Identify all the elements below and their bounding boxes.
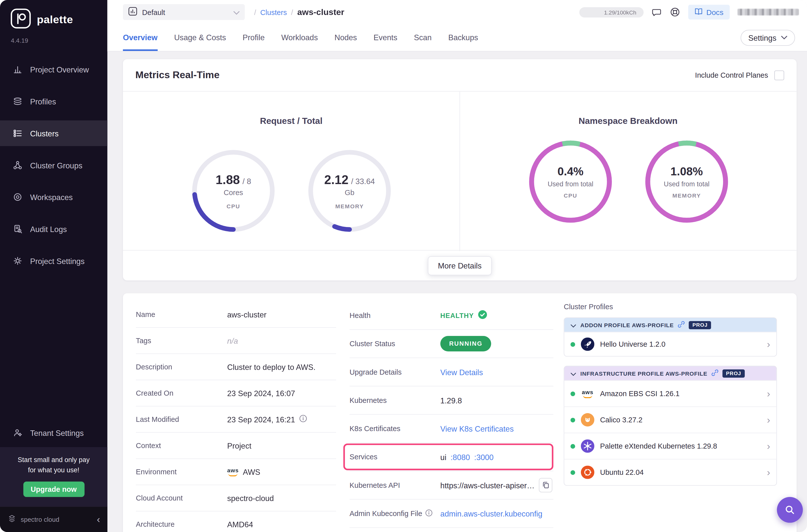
detail-row-kubernetes-api: Kubernetes API https://aws-cluster-apise…: [350, 471, 553, 499]
app-name: palette: [37, 14, 73, 26]
sidebar-item-audit-logs[interactable]: Audit Logs: [0, 216, 108, 242]
tenant-settings-icon: [13, 428, 23, 438]
tab-overview[interactable]: Overview: [123, 24, 157, 51]
copy-icon[interactable]: [539, 478, 552, 493]
sidebar-item-clusters[interactable]: Clusters: [0, 120, 108, 146]
search-icon: [784, 504, 796, 516]
ubuntu-icon: [581, 466, 594, 479]
profile-layer-hello-universe[interactable]: Hello Universe 1.2.0 ›: [564, 332, 776, 356]
detail-row-cluster-status: Cluster Status RUNNING: [350, 330, 553, 358]
info-icon[interactable]: [299, 415, 307, 424]
infrastructure-profile-group: INFRASTRUCTURE PROFILE AWS-PROFILE PROJ …: [564, 366, 777, 486]
sidebar: palette 4.4.19 Project Overview Profiles: [0, 0, 108, 532]
chevron-right-icon: ›: [767, 388, 770, 398]
tab-nodes[interactable]: Nodes: [335, 24, 357, 51]
docs-button[interactable]: Docs: [688, 5, 730, 20]
chevron-down-icon: [233, 7, 240, 17]
details-left-column: Name aws-cluster Tags n/a Description Cl…: [136, 302, 336, 532]
addon-profile-group: ADDON PROFILE AWS-PROFILE PROJ: [564, 318, 777, 357]
metrics-title: Metrics Real-Time: [135, 70, 220, 81]
check-circle-icon: [478, 310, 487, 320]
project-icon: [128, 6, 137, 18]
link-icon[interactable]: [712, 369, 718, 378]
addon-profile-header[interactable]: ADDON PROFILE AWS-PROFILE PROJ: [564, 318, 776, 332]
cluster-profiles-title: Cluster Profiles: [564, 302, 777, 311]
info-icon[interactable]: [425, 509, 432, 518]
detail-row-architecture: Architecture AMD64: [136, 512, 336, 532]
project-selector-value: Default: [142, 8, 229, 16]
top-bar-actions: 1.29/100kCh Docs: [579, 5, 807, 20]
detail-row-health: Health HEALTHY: [350, 302, 553, 330]
detail-row-context: Context Project: [136, 433, 336, 459]
tab-events[interactable]: Events: [374, 24, 397, 51]
app-logo: palette: [0, 0, 108, 31]
admin-kubeconfig-link[interactable]: admin.aws-cluster.kubeconfig: [440, 509, 542, 518]
tab-usage-costs[interactable]: Usage & Costs: [174, 24, 226, 51]
details-middle-column: Health HEALTHY Cluster Status RUNNING Up…: [350, 302, 553, 528]
detail-row-description: Description Cluster to deploy to AWS.: [136, 354, 336, 380]
tab-bar: Overview Usage & Costs Profile Workloads…: [108, 24, 807, 52]
help-icon[interactable]: [670, 7, 680, 18]
sidebar-item-profiles[interactable]: Profiles: [0, 89, 108, 114]
detail-row-tags: Tags n/a: [136, 328, 336, 354]
service-port-8080-link[interactable]: :8080: [450, 453, 470, 461]
include-control-planes-checkbox[interactable]: [774, 70, 784, 80]
tab-scan[interactable]: Scan: [414, 24, 432, 51]
infrastructure-profile-header[interactable]: INFRASTRUCTURE PROFILE AWS-PROFILE PROJ: [564, 366, 776, 380]
calico-icon: [581, 413, 594, 426]
chevron-down-icon: [570, 320, 576, 329]
status-dot: [570, 418, 575, 422]
sidebar-item-tenant-settings[interactable]: Tenant Settings: [0, 420, 108, 445]
status-badge: RUNNING: [440, 336, 491, 352]
detail-row-admin-kubeconfig: Admin Kubeconfig File admin.aws-cluster.…: [350, 499, 553, 528]
upgrade-promo: Start small and only pay for what you us…: [0, 447, 108, 506]
profile-layer-palette-extended-kubernetes[interactable]: Palette eXtended Kubernetes 1.29.8 ›: [564, 433, 776, 459]
tab-workloads[interactable]: Workloads: [281, 24, 318, 51]
breadcrumb-clusters-link[interactable]: Clusters: [260, 8, 287, 16]
sidebar-item-workspaces[interactable]: Workspaces: [0, 184, 108, 210]
app-window: palette 4.4.19 Project Overview Profiles: [0, 0, 807, 532]
tab-profile[interactable]: Profile: [243, 24, 265, 51]
tab-backups[interactable]: Backups: [448, 24, 478, 51]
floating-search-button[interactable]: [777, 497, 803, 523]
view-details-link[interactable]: View Details: [440, 368, 483, 376]
status-dot: [570, 470, 575, 475]
sidebar-item-project-settings[interactable]: Project Settings: [0, 248, 108, 274]
more-details-button[interactable]: More Details: [428, 256, 491, 275]
user-name-redacted[interactable]: [737, 9, 799, 16]
collapse-sidebar-icon[interactable]: ‹: [97, 514, 100, 525]
chat-icon[interactable]: [651, 7, 662, 17]
breadcrumb: / Clusters / aws-cluster: [254, 7, 344, 17]
detail-row-environment: Environment AWS: [136, 459, 336, 485]
chevron-right-icon: ›: [767, 441, 770, 451]
sidebar-bottom: Tenant Settings Start small and only pay…: [0, 420, 108, 532]
upgrade-now-button[interactable]: Upgrade now: [23, 481, 84, 497]
metrics-card: Metrics Real-Time Include Control Planes…: [123, 59, 796, 281]
project-selector[interactable]: Default: [123, 4, 245, 20]
profile-layer-calico[interactable]: Calico 3.27.2 ›: [564, 406, 776, 433]
chevron-down-icon: [570, 369, 576, 378]
detail-row-kubernetes: Kubernetes 1.29.8: [350, 386, 553, 415]
usage-counter: 1.29/100kCh: [579, 7, 644, 17]
settings-button[interactable]: Settings: [740, 30, 795, 45]
palette-logo-icon: [11, 8, 31, 31]
detail-row-created-on: Created On 23 Sep 2024, 16:07: [136, 380, 336, 406]
sidebar-item-project-overview[interactable]: Project Overview: [0, 57, 108, 82]
namespace-breakdown-panel: Namespace Breakdown 0.4% Used from total…: [459, 92, 796, 251]
profile-layer-ubuntu[interactable]: Ubuntu 22.04 ›: [564, 459, 776, 485]
profile-layer-amazon-ebs-csi[interactable]: Amazon EBS CSI 1.26.1 ›: [564, 380, 776, 406]
status-dot: [570, 342, 575, 347]
detail-row-services: Services ui :8080 :3000: [350, 443, 553, 471]
view-k8s-certificates-link[interactable]: View K8s Certificates: [440, 424, 514, 433]
chevron-right-icon: ›: [767, 339, 770, 349]
docs-icon: [694, 7, 702, 17]
detail-row-name: Name aws-cluster: [136, 302, 336, 328]
sidebar-item-cluster-groups[interactable]: Cluster Groups: [0, 152, 108, 178]
gear-icon: [13, 256, 23, 266]
chart-icon: [13, 64, 23, 74]
spectro-cloud-logo-icon: [7, 514, 17, 525]
link-icon[interactable]: [678, 320, 684, 329]
memory-gauge: 2.12 / 33.64 Gb MEMORY: [305, 147, 394, 234]
detail-row-cloud-account: Cloud Account spectro-cloud: [136, 485, 336, 511]
service-port-3000-link[interactable]: :3000: [474, 453, 494, 461]
